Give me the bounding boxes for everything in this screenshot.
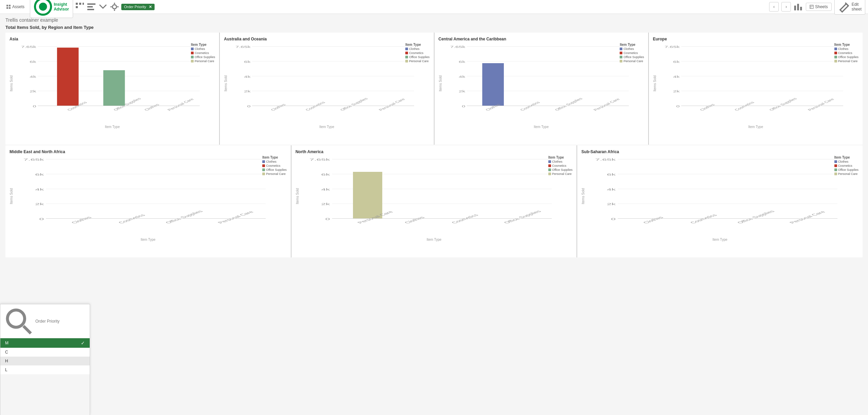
main-page: Trellis container example Total Items So… [0,14,868,415]
svg-rect-20 [800,7,802,11]
svg-rect-0 [6,5,8,6]
sheets-icon [810,5,814,9]
chart-title-north-america: North America [296,149,573,154]
trellis-top-row: Asia Items Sold 7.65k 6k 4k [5,33,863,145]
svg-text:0: 0 [325,217,330,221]
dropdown-item-h-label: H [5,359,8,363]
svg-text:Personal Care: Personal Care [378,98,406,112]
svg-text:4k: 4k [321,188,330,191]
sheets-button[interactable]: Sheets [806,3,831,11]
svg-text:0: 0 [39,217,44,221]
search-icon [4,306,33,336]
svg-text:7.65k: 7.65k [23,158,44,161]
svg-line-135 [23,326,31,333]
sheets-label: Sheets [815,4,828,9]
topbar-right: ‹ › Sheets Edit sheet [769,0,865,15]
svg-text:4k: 4k [607,188,616,191]
svg-text:Cosmetics: Cosmetics [117,214,146,224]
dropdown-search-bar[interactable] [0,304,90,338]
svg-rect-67 [482,63,504,106]
chart-area-north-america: Items Sold 7.65k 6k 4k 2k 0 [296,156,573,237]
chart-inner-north-america: 7.65k 6k 4k 2k 0 Personal Care Clothes C… [301,156,573,237]
chart-svg-asia: 7.65k 6k 4k 2k 0 Cosmetics Office Suppli… [15,43,215,124]
check-icon: ✓ [81,340,85,346]
tab-insight-advisor[interactable]: Insight Advisor [30,0,73,18]
y-axis-label-asia: Items Sold [10,75,13,91]
toolbar-icon-3[interactable] [98,2,108,12]
svg-text:6k: 6k [244,60,251,64]
nav-back-btn[interactable]: ‹ [769,2,779,12]
y-axis-label-central-america: Items Sold [439,75,442,91]
svg-text:Clothes: Clothes [270,103,287,111]
chart-svg-middle-east: 7.65k 6k 4k 2k 0 Clothes Cosmetics Offic… [15,156,287,237]
chart-cell-sub-saharan: Sub-Saharan Africa Items Sold 7.65k 6k 4… [577,145,863,257]
dropdown-item-m-label: M [5,341,8,345]
chart-area-asia: Items Sold 7.65k 6k 4k 2k 0 [10,43,215,124]
svg-text:Clothes: Clothes [70,216,93,224]
dropdown-item-h[interactable]: H [0,357,90,365]
svg-text:Cosmetics: Cosmetics [450,214,480,224]
toolbar-vis-icon[interactable] [794,2,803,12]
svg-text:Personal Care: Personal Care [788,210,827,224]
toolbar-icon-4[interactable] [110,2,119,12]
svg-text:4k: 4k [30,75,36,78]
chart-svg-north-america: 7.65k 6k 4k 2k 0 Personal Care Clothes C… [301,156,573,237]
legend-australia: Item Type Clothes Cosmetics Office Suppl… [405,43,429,64]
toolbar-icon-2[interactable] [87,2,96,12]
legend-europe: Item Type Clothes Cosmetics Office Suppl… [834,43,858,64]
arrow-icon [98,2,108,12]
svg-text:0: 0 [611,217,616,221]
legend-central-america: Item Type Clothes Cosmetics Office Suppl… [620,43,644,64]
svg-text:Personal Care: Personal Care [166,98,195,112]
filter-tag-order-priority[interactable]: Order Priority ✕ [121,4,155,10]
main-chart-title: Total Items Sold, by Region and Item Typ… [5,25,863,30]
svg-text:Clothes: Clothes [699,103,716,111]
svg-text:0: 0 [33,105,36,108]
dropdown-item-c[interactable]: C [0,348,90,357]
filter-remove-btn[interactable]: ✕ [149,5,152,9]
svg-point-134 [7,310,25,327]
svg-text:2k: 2k [244,90,251,93]
dropdown-item-c-label: C [5,350,8,355]
chart-area-australia: Items Sold 7.65k 6k 4k 2k 0 Clothes [224,43,429,124]
dropdown-item-m[interactable]: M ✓ [0,338,90,348]
svg-rect-2 [6,7,8,9]
chart-svg-central-america: 7.65k 6k 4k 2k 0 Clothes Cosmetics Offic… [444,43,644,124]
dropdown-search-input[interactable] [35,319,86,324]
y-axis-label-australia: Items Sold [224,75,228,91]
x-axis-label-australia: Item Type [224,125,429,129]
legend-sub-saharan: Item Type Clothes Cosmetics Office Suppl… [834,156,858,176]
chart-cell-europe: Europe Items Sold 7.65k 6k 4k 2k 0 [649,33,863,145]
svg-point-13 [112,5,117,9]
svg-text:2k: 2k [30,90,36,93]
chart-cell-australia: Australia and Oceania Items Sold 7.65k 6… [220,33,433,145]
svg-text:4k: 4k [459,75,465,78]
nav-forward-btn[interactable]: › [781,2,791,12]
svg-rect-9 [76,6,78,8]
svg-rect-113 [353,172,382,218]
svg-rect-12 [87,9,94,10]
dropdown-item-l[interactable]: L [0,365,90,374]
tab-assets[interactable]: Assets [3,3,28,11]
chart-title-central-america: Central America and the Caribbean [439,37,644,41]
legend-north-america: Item Type Clothes Cosmetics Office Suppl… [548,156,572,176]
chart-area-sub-saharan: Items Sold 7.65k 6k 4k 2k 0 Clothes [581,156,858,237]
svg-text:Personal Care: Personal Care [807,98,835,112]
chart-inner-asia: 7.65k 6k 4k 2k 0 Cosmetics Office Suppli… [15,43,215,124]
svg-text:Office Supplies: Office Supplies [164,210,204,224]
svg-text:7.65k: 7.65k [21,45,37,49]
chart-inner-middle-east: 7.65k 6k 4k 2k 0 Clothes Cosmetics Offic… [15,156,287,237]
toolbar-icon-1[interactable] [75,2,85,12]
chart-svg-australia: 7.65k 6k 4k 2k 0 Clothes Cosmetics Offic… [229,43,429,124]
chart-title-europe: Europe [653,37,858,41]
insight-label: Insight Advisor [54,2,69,12]
svg-rect-18 [794,6,796,11]
edit-sheet-button[interactable]: Edit sheet [834,0,865,15]
svg-text:Office Supplies: Office Supplies [736,210,776,224]
svg-text:Office Supplies: Office Supplies [502,210,543,224]
svg-rect-11 [87,6,93,7]
svg-rect-8 [83,3,84,5]
svg-text:7.65k: 7.65k [450,45,466,49]
svg-rect-3 [9,7,11,9]
chart-svg-europe: 7.65k 6k 4k 2k 0 Clothes Cosmetics Offic… [658,43,858,124]
